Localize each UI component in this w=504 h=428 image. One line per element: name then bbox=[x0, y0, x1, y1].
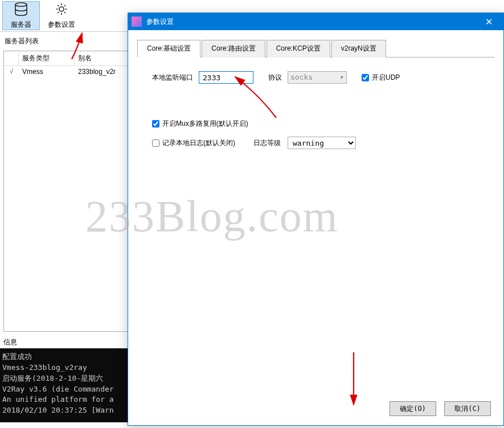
close-icon[interactable]: ✕ bbox=[477, 17, 500, 27]
log-checkbox[interactable]: 记录本地日志(默认关闭) bbox=[152, 138, 235, 148]
mux-check-input[interactable] bbox=[152, 120, 159, 127]
port-input[interactable] bbox=[199, 71, 253, 84]
mux-checkbox[interactable]: 开启Mux多路复用(默认开启) bbox=[152, 119, 248, 129]
ok-button[interactable]: 确定(O) bbox=[390, 401, 436, 416]
row-type: Vmess bbox=[19, 68, 75, 76]
cancel-button[interactable]: 取消(C) bbox=[444, 401, 491, 416]
app-icon bbox=[132, 17, 142, 27]
servers-label: 服务器 bbox=[11, 20, 31, 30]
col-check bbox=[4, 51, 19, 65]
gear-icon bbox=[54, 2, 69, 19]
tab-kcp[interactable]: Core:KCP设置 bbox=[267, 40, 330, 57]
log-level-select[interactable]: warning bbox=[288, 137, 356, 149]
log-check-input[interactable] bbox=[152, 139, 159, 147]
col-type: 服务类型 bbox=[19, 51, 75, 65]
tab-routing[interactable]: Core:路由设置 bbox=[202, 40, 265, 57]
port-label: 本地监听端口 bbox=[152, 73, 193, 83]
log-level-label: 日志等级 bbox=[253, 138, 281, 148]
svg-point-0 bbox=[15, 3, 27, 6]
database-icon bbox=[13, 2, 29, 19]
tab-v2rayn[interactable]: v2rayN设置 bbox=[331, 40, 386, 57]
arrow-to-ok bbox=[337, 349, 371, 411]
udp-checkbox[interactable]: 开启UDP bbox=[362, 73, 400, 83]
row-check: √ bbox=[4, 68, 19, 76]
svg-point-1 bbox=[59, 7, 64, 11]
servers-button[interactable]: 服务器 bbox=[2, 1, 40, 30]
dialog-titlebar[interactable]: 参数设置 ✕ bbox=[128, 13, 503, 30]
dialog-title: 参数设置 bbox=[146, 17, 477, 27]
log-row: 记录本地日志(默认关闭) 日志等级 warning bbox=[137, 137, 494, 149]
dialog-buttons: 确定(O) 取消(C) bbox=[390, 401, 491, 416]
dialog-body: Core:基础设置 Core:路由设置 Core:KCP设置 v2rayN设置 … bbox=[128, 30, 503, 425]
settings-label: 参数设置 bbox=[48, 20, 75, 30]
settings-button[interactable]: 参数设置 bbox=[40, 1, 83, 30]
tab-basic[interactable]: Core:基础设置 bbox=[137, 40, 200, 57]
mux-row: 开启Mux多路复用(默认开启) bbox=[137, 119, 494, 129]
port-row: 本地监听端口 协议 socks▾ 开启UDP bbox=[137, 71, 494, 84]
tabs: Core:基础设置 Core:路由设置 Core:KCP设置 v2rayN设置 bbox=[137, 39, 494, 57]
settings-dialog: 参数设置 ✕ Core:基础设置 Core:路由设置 Core:KCP设置 v2… bbox=[128, 13, 504, 426]
udp-check-input[interactable] bbox=[362, 74, 369, 81]
proto-label: 协议 bbox=[268, 73, 282, 83]
proto-select[interactable]: socks▾ bbox=[288, 71, 347, 84]
